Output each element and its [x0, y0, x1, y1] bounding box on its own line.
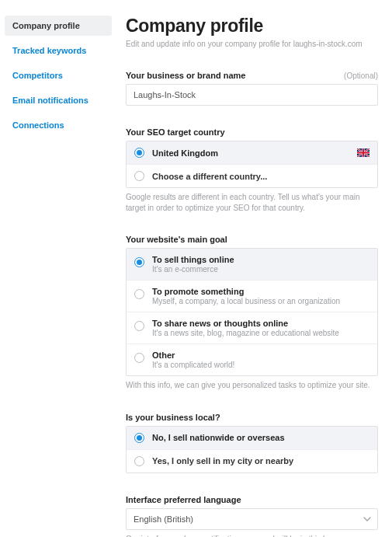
- language-helper: Our interface and any notifications we s…: [126, 534, 378, 538]
- main-goal-group: To sell things online It's an e-commerce…: [126, 248, 378, 376]
- radio-icon: [134, 148, 144, 158]
- radio-icon: [134, 321, 144, 331]
- main-goal-option-sub: It's an e-commerce: [152, 265, 369, 274]
- radio-icon: [134, 257, 144, 267]
- main-goal-option-news[interactable]: To share news or thoughts online It's a …: [127, 312, 377, 343]
- language-label: Interface preferred language: [126, 495, 241, 504]
- local-business-option-label: Yes, I only sell in my city or nearby: [152, 456, 369, 466]
- main-goal-option-other[interactable]: Other It's a complicated world!: [127, 343, 377, 375]
- local-business-option-yes[interactable]: Yes, I only sell in my city or nearby: [127, 449, 377, 472]
- main-goal-option-title: To promote something: [152, 287, 369, 296]
- seo-country-option-label: Choose a different country...: [152, 172, 369, 181]
- main-goal-option-sub: Myself, a company, a local business or a…: [152, 297, 369, 305]
- flag-uk-icon: [357, 148, 369, 157]
- business-name-optional: (Optional): [344, 71, 378, 80]
- main-goal-option-title: Other: [152, 350, 369, 360]
- seo-country-option-label: United Kingdom: [152, 148, 352, 158]
- sidebar: Company profile Tracked keywords Competi…: [0, 0, 116, 537]
- radio-icon: [134, 433, 144, 443]
- sidebar-item-competitors[interactable]: Competitors: [5, 65, 112, 85]
- main-goal-helper: With this info, we can give you personal…: [126, 380, 378, 391]
- seo-country-option-choose[interactable]: Choose a different country...: [127, 164, 377, 187]
- local-business-label: Is your business local?: [126, 413, 220, 422]
- main-goal-option-title: To sell things online: [152, 255, 369, 264]
- business-name-label: Your business or brand name: [126, 71, 245, 80]
- main-goal-option-title: To share news or thoughts online: [152, 319, 369, 328]
- main-goal-option-sub: It's a complicated world!: [152, 361, 369, 369]
- sidebar-item-connections[interactable]: Connections: [5, 115, 112, 135]
- seo-country-option-uk[interactable]: United Kingdom: [127, 141, 377, 164]
- language-select[interactable]: English (British): [126, 508, 378, 530]
- local-business-option-no[interactable]: No, I sell nationwide or overseas: [127, 427, 377, 449]
- radio-icon: [134, 353, 144, 363]
- main-goal-option-promote[interactable]: To promote something Myself, a company, …: [127, 280, 377, 312]
- page-subtitle: Edit and update info on your company pro…: [126, 39, 378, 49]
- radio-icon: [134, 456, 144, 466]
- radio-icon: [134, 289, 144, 299]
- business-name-input[interactable]: [126, 84, 378, 106]
- sidebar-item-company-profile[interactable]: Company profile: [5, 16, 112, 36]
- main-goal-option-sub: It's a news site, blog, magazine or educ…: [152, 329, 369, 337]
- seo-country-helper: Google results are different in each cou…: [126, 192, 378, 213]
- main-goal-label: Your website's main goal: [126, 235, 227, 244]
- seo-country-group: United Kingdom Choose a different countr…: [126, 141, 378, 188]
- page-title: Company profile: [126, 16, 378, 37]
- local-business-group: No, I sell nationwide or overseas Yes, I…: [126, 426, 378, 473]
- seo-country-label: Your SEO target country: [126, 127, 225, 137]
- sidebar-item-tracked-keywords[interactable]: Tracked keywords: [5, 40, 112, 61]
- local-business-option-label: No, I sell nationwide or overseas: [152, 433, 369, 442]
- radio-icon: [134, 171, 144, 181]
- main-goal-option-sell[interactable]: To sell things online It's an e-commerce: [127, 249, 377, 280]
- sidebar-item-email-notifications[interactable]: Email notifications: [5, 90, 112, 110]
